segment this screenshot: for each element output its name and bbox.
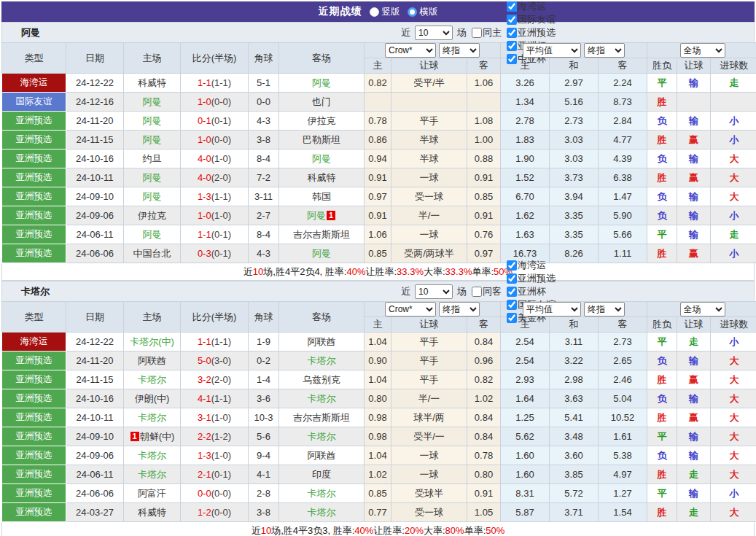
score-cell: 1-1(0-1) <box>181 225 249 244</box>
recent-label: 近 <box>401 26 410 39</box>
date-cell: 24-10-16 <box>66 389 124 408</box>
goals-result-cell: 大 <box>711 351 756 370</box>
goals-result-cell: 大 <box>711 503 756 522</box>
competition-checkbox[interactable] <box>507 273 517 284</box>
header-group-cell: 平均值终指 <box>501 43 647 58</box>
avg-source-select[interactable]: 平均值 <box>523 302 581 316</box>
avg-source-select[interactable]: 平均值 <box>523 43 581 58</box>
avg-stage-select[interactable]: 终指 <box>584 302 625 316</box>
handicap-result-cell: 输 <box>677 112 711 131</box>
handicap-result-cell: 走 <box>677 465 711 484</box>
avg-draw-cell: 3.63 <box>550 389 599 408</box>
date-cell: 24-11-15 <box>66 370 124 389</box>
away-team-cell: 印度 <box>279 465 365 484</box>
avg-away-cell: 1.27 <box>599 484 647 503</box>
competition-checkbox[interactable] <box>507 300 517 310</box>
recent-count-select[interactable]: 10 <box>415 284 453 299</box>
column-header: 主场 <box>124 43 181 74</box>
odds-source-select[interactable]: Crow* <box>385 302 436 316</box>
odds-source-select[interactable]: Crow* <box>385 43 436 58</box>
handicap-result-cell: 输 <box>677 225 711 244</box>
match-row: 亚洲预选24-10-16约旦4-0(1-0)8-4阿曼0.94半球0.881.9… <box>2 149 756 168</box>
odds-away-cell: 0.84 <box>467 408 501 427</box>
date-cell: 24-12-16 <box>66 93 124 112</box>
handicap-result-cell: 输 <box>677 74 711 93</box>
avg-draw-cell: 3.94 <box>550 187 599 206</box>
column-header: 比分(半场) <box>181 302 249 333</box>
competition-checkbox[interactable] <box>507 15 517 25</box>
avg-stage-select[interactable]: 终指 <box>584 43 625 58</box>
competition-label: 亚洲杯 <box>518 285 546 298</box>
date-cell: 24-06-11 <box>66 465 124 484</box>
competition-checkbox[interactable] <box>507 54 517 64</box>
odds-stage-select[interactable]: 终指 <box>439 302 480 316</box>
result-cell: 负 <box>647 446 677 465</box>
corner-cell: 4-3 <box>249 112 279 131</box>
date-cell: 24-10-16 <box>66 149 124 168</box>
competition-checkbox[interactable] <box>507 28 517 38</box>
result-cell: 负 <box>647 351 677 370</box>
odds-stage-select[interactable]: 终指 <box>439 43 480 58</box>
odds-away-cell: 0.96 <box>467 351 501 370</box>
handicap-result-cell: 赢 <box>677 168 711 187</box>
games-label: 场 <box>457 285 467 298</box>
odds-home-cell: 0.85 <box>365 244 391 263</box>
away-team-cell: 吉尔吉斯斯坦 <box>279 408 365 427</box>
away-team-cell: 巴勒斯坦 <box>279 131 365 149</box>
match-row: 海湾运24-12-22卡塔尔(中)1-1(1-1)1-9阿联酋1.04平手0.8… <box>2 333 756 351</box>
radio-vertical-icon[interactable] <box>370 7 379 17</box>
away-team-cell: 卡塔尔 <box>279 484 365 503</box>
scope-select[interactable]: 全场 <box>680 302 725 316</box>
odds-home-cell <box>365 93 391 112</box>
odds-home-cell: 0.91 <box>365 206 391 225</box>
same-venue-label: 同主 <box>483 26 502 39</box>
match-row: 亚洲预选24-09-06伊拉克1-0(1-0)2-7阿曼10.91半/一0.91… <box>2 206 756 225</box>
competition-checkbox[interactable] <box>507 287 517 297</box>
same-venue-checkbox[interactable] <box>472 28 482 38</box>
corner-cell: 0-0 <box>249 93 279 112</box>
competition-label: 国际友谊 <box>518 13 556 26</box>
goals-result-cell: 小 <box>711 244 756 263</box>
match-type-cell: 亚洲预选 <box>2 206 66 225</box>
header-group-cell: 全场 <box>647 43 756 58</box>
sub-column-header: 客 <box>599 58 647 74</box>
radio-vertical-label[interactable]: 竖版 <box>382 6 400 18</box>
recent-count-select[interactable]: 10 <box>415 26 453 40</box>
date-cell: 24-09-06 <box>66 206 124 225</box>
competition-checkbox[interactable] <box>507 1 517 12</box>
date-cell: 24-06-06 <box>66 244 124 263</box>
handicap-result-cell: 输 <box>677 446 711 465</box>
competition-checkbox[interactable] <box>507 41 517 51</box>
away-team-cell: 吉尔吉斯斯坦 <box>279 225 365 244</box>
odds-away-cell: 1.08 <box>467 112 501 131</box>
sub-column-header: 和 <box>550 317 599 333</box>
odds-home-cell: 1.06 <box>365 225 391 244</box>
sub-column-header: 进球数 <box>711 317 756 333</box>
avg-home-cell: 1.60 <box>501 446 550 465</box>
avg-home-cell: 2.93 <box>501 370 550 389</box>
competition-checkbox[interactable] <box>507 313 517 323</box>
corner-cell: 9-4 <box>249 446 279 465</box>
table-head: 类型日期主场比分(半场)角球客场Crow*终指平均值终指全场主让球客主和客胜负让… <box>2 43 756 74</box>
result-cell: 负 <box>647 149 677 168</box>
home-team-cell: 卡塔尔 <box>124 446 181 465</box>
competition-checkbox[interactable] <box>507 260 517 271</box>
header-group-cell: Crow*终指 <box>365 43 501 58</box>
team-section: 阿曼 近 10 场 同主 海湾运国际友谊亚洲预选亚洲杯中亚杯 类型日期主场比分( <box>1 22 755 281</box>
odds-home-cell: 0.77 <box>365 503 391 522</box>
scope-select[interactable]: 全场 <box>680 43 725 58</box>
same-venue-checkbox[interactable] <box>472 287 482 297</box>
odds-home-cell: 0.90 <box>365 351 391 370</box>
same-venue-label: 同客 <box>483 285 502 298</box>
odds-away-cell: 0.82 <box>467 370 501 389</box>
handicap-cell: 球半/两 <box>391 408 467 427</box>
match-row: 国际友谊24-12-16阿曼1-0(0-0)0-0也门1.345.168.73胜 <box>2 93 756 112</box>
layout-option-vertical: 竖版 <box>370 6 400 18</box>
result-cell: 胜 <box>647 244 677 263</box>
odds-away-cell: 0.84 <box>467 427 501 446</box>
avg-away-cell: 4.97 <box>599 465 647 484</box>
result-cell: 胜 <box>647 408 677 427</box>
result-cell: 胜 <box>647 168 677 187</box>
score-cell: 4-0(1-0) <box>181 149 249 168</box>
handicap-cell: 半球 <box>391 149 467 168</box>
